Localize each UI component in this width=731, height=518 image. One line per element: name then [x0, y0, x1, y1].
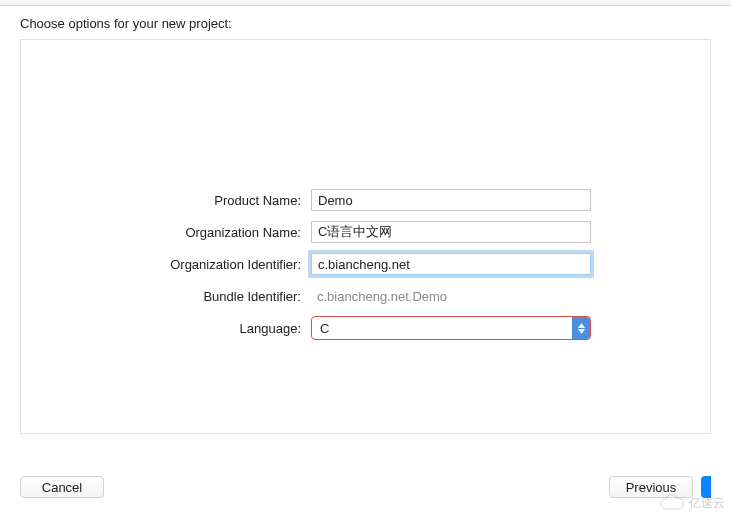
project-options-form: Product Name: Organization Name: Organiz… — [21, 185, 710, 343]
row-language: Language: C — [21, 313, 710, 343]
language-select[interactable]: C — [311, 316, 591, 340]
product-name-input[interactable] — [311, 189, 591, 211]
dialog-title: Choose options for your new project: — [0, 6, 731, 39]
label-product-name: Product Name: — [21, 193, 311, 208]
label-organization-name: Organization Name: — [21, 225, 311, 240]
row-bundle-identifier: Bundle Identifier: c.biancheng.net.Demo — [21, 281, 710, 311]
label-organization-identifier: Organization Identifier: — [21, 257, 311, 272]
bundle-identifier-value: c.biancheng.net.Demo — [311, 289, 447, 304]
organization-name-input[interactable] — [311, 221, 591, 243]
cloud-icon — [659, 494, 685, 512]
row-product-name: Product Name: — [21, 185, 710, 215]
label-bundle-identifier: Bundle Identifier: — [21, 289, 311, 304]
svg-marker-1 — [578, 329, 585, 334]
watermark-text: 亿速云 — [689, 495, 725, 512]
row-organization-name: Organization Name: — [21, 217, 710, 247]
organization-identifier-input[interactable] — [311, 253, 591, 275]
watermark: 亿速云 — [659, 494, 725, 512]
form-panel: Product Name: Organization Name: Organiz… — [20, 39, 711, 434]
row-organization-identifier: Organization Identifier: — [21, 249, 710, 279]
button-bar: Cancel Previous — [0, 462, 731, 518]
label-language: Language: — [21, 321, 311, 336]
svg-marker-0 — [578, 323, 585, 328]
chevron-up-down-icon — [572, 317, 590, 339]
cancel-button[interactable]: Cancel — [20, 476, 104, 498]
language-select-value: C — [320, 321, 572, 336]
